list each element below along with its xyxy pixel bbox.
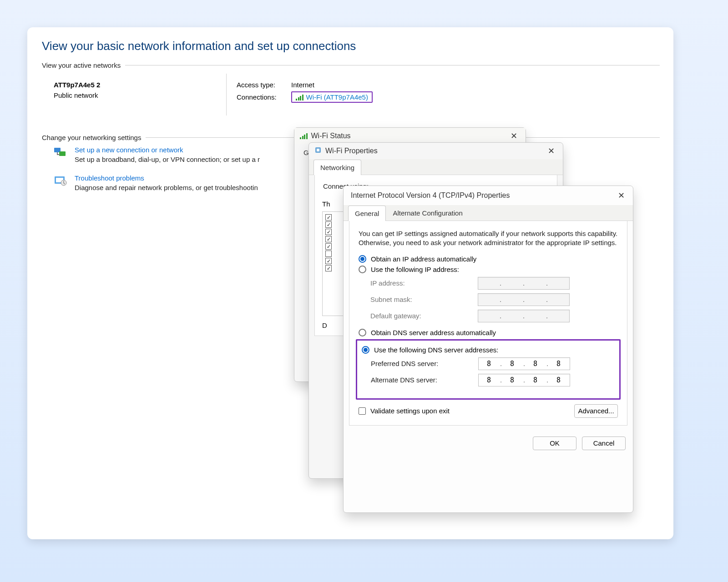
default-gateway-label: Default gateway: (370, 312, 470, 320)
section-active-networks: View your active networks (42, 61, 660, 69)
ipv4-tabs: General Alternate Configuration (344, 205, 633, 221)
radio-icon (362, 346, 369, 354)
alternate-dns-label: Alternate DNS server: (371, 376, 471, 384)
tab-networking[interactable]: Networking (313, 160, 361, 175)
ipv4-properties-dialog: Internet Protocol Version 4 (TCP/IPv4) P… (343, 186, 633, 513)
option-setup-title: Set up a new connection or network (75, 146, 260, 154)
active-network-panel: ATT9p7A4e5 2 Public network Access type:… (54, 74, 660, 115)
option-setup-subtitle: Set up a broadband, dial-up, or VPN conn… (75, 156, 260, 163)
section-active-label: View your active networks (42, 61, 121, 69)
close-icon[interactable]: ✕ (505, 131, 523, 141)
radio-ip-auto[interactable]: Obtain an IP address automatically (359, 255, 618, 263)
alternate-dns-input[interactable]: 8. 8. 8. 8 (478, 374, 570, 386)
radio-dns-auto[interactable]: Obtain DNS server address automatically (359, 329, 618, 336)
network-sharing-center: View your basic network information and … (27, 27, 673, 539)
subnet-mask-label: Subnet mask: (370, 296, 470, 303)
ip-address-label: IP address: (370, 279, 470, 287)
ipv4-properties-title: Internet Protocol Version 4 (TCP/IPv4) P… (351, 191, 510, 200)
wifi-properties-title: Wi-Fi Properties (325, 147, 378, 155)
active-network-left: ATT9p7A4e5 2 Public network (54, 74, 227, 115)
wifi-status-title: Wi-Fi Status (311, 132, 351, 140)
radio-icon (359, 329, 366, 336)
network-setup-icon (53, 146, 68, 159)
preferred-dns-label: Preferred DNS server: (371, 360, 471, 367)
svg-rect-1 (59, 151, 66, 156)
close-icon[interactable]: ✕ (612, 191, 630, 201)
radio-dns-manual-label: Use the following DNS server addresses: (374, 346, 498, 354)
radio-dns-auto-label: Obtain DNS server address automatically (371, 329, 496, 336)
checkbox-icon (359, 407, 366, 415)
active-network-right: Access type: Internet Connections: Wi-Fi… (227, 74, 373, 115)
page-title: View your basic network information and … (42, 39, 660, 53)
ip-address-input: ... (478, 277, 570, 290)
wifi-signal-icon (300, 133, 308, 139)
radio-ip-manual-label: Use the following IP address: (371, 266, 459, 273)
option-troubleshoot-subtitle: Diagnose and repair network problems, or… (75, 184, 258, 191)
dns-manual-group-highlight: Use the following DNS server addresses: … (356, 339, 621, 400)
troubleshoot-icon (53, 174, 68, 187)
svg-rect-6 (317, 149, 319, 151)
tab-alternate-configuration[interactable]: Alternate Configuration (386, 205, 469, 221)
close-icon[interactable]: ✕ (542, 146, 560, 156)
ipv4-help-text: You can get IP settings assigned automat… (359, 229, 618, 248)
radio-ip-auto-label: Obtain an IP address automatically (371, 255, 476, 263)
ok-button[interactable]: OK (533, 436, 576, 450)
radio-icon (359, 266, 366, 273)
adapter-icon (314, 146, 322, 156)
validate-settings-checkbox[interactable]: Validate settings upon exit (359, 407, 450, 415)
option-troubleshoot-title: Troubleshoot problems (75, 174, 258, 182)
advanced-button[interactable]: Advanced... (574, 404, 618, 418)
default-gateway-input: ... (478, 310, 570, 322)
wifi-signal-icon (296, 94, 303, 100)
tab-general[interactable]: General (348, 206, 386, 221)
access-type-value: Internet (291, 81, 314, 89)
validate-settings-label: Validate settings upon exit (370, 407, 450, 415)
connection-highlight: Wi-Fi (ATT9p7A4e5) (291, 91, 373, 103)
radio-icon (359, 255, 366, 263)
wifi-status-general-label: G (303, 149, 309, 156)
cancel-button[interactable]: Cancel (582, 436, 626, 450)
subnet-mask-input: ... (478, 293, 570, 306)
radio-dns-manual[interactable]: Use the following DNS server addresses: (362, 346, 615, 354)
wifi-properties-tabs: Networking (309, 159, 563, 175)
preferred-dns-input[interactable]: 8. 8. 8. 8 (478, 357, 570, 370)
network-profile: Public network (54, 91, 226, 99)
section-change-label: Change your networking settings (42, 134, 141, 141)
divider (125, 65, 660, 65)
connection-link[interactable]: Wi-Fi (ATT9p7A4e5) (306, 93, 368, 101)
connections-label: Connections: (237, 93, 287, 101)
radio-ip-manual[interactable]: Use the following IP address: (359, 266, 618, 273)
network-name: ATT9p7A4e5 2 (54, 81, 226, 89)
access-type-label: Access type: (237, 81, 287, 89)
